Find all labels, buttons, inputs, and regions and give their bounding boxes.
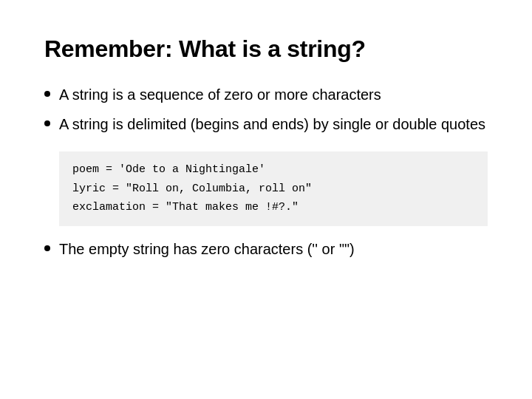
bullet-dot-1	[44, 91, 50, 97]
code-line-1: poem = 'Ode to a Nightingale'	[72, 160, 474, 180]
bullet-dot-2	[44, 120, 50, 126]
slide: Remember: What is a string? A string is …	[0, 0, 532, 399]
list-item: A string is a sequence of zero or more c…	[44, 83, 488, 106]
bullet-text-3: The empty string has zero characters (''…	[59, 238, 355, 260]
bullet-text-2: A string is delimited (begins and ends) …	[59, 113, 485, 135]
bullet-text-1: A string is a sequence of zero or more c…	[59, 83, 381, 106]
bullet-list: A string is a sequence of zero or more c…	[44, 83, 488, 135]
code-line-3: exclamation = "That makes me !#?."	[72, 198, 474, 217]
code-line-2: lyric = "Roll on, Columbia, roll on"	[72, 180, 474, 199]
list-item: A string is delimited (begins and ends) …	[44, 113, 488, 135]
slide-title: Remember: What is a string?	[44, 35, 488, 63]
code-block: poem = 'Ode to a Nightingale' lyric = "R…	[59, 151, 488, 226]
bullet-dot-3	[44, 245, 50, 251]
list-item: The empty string has zero characters (''…	[44, 238, 488, 260]
